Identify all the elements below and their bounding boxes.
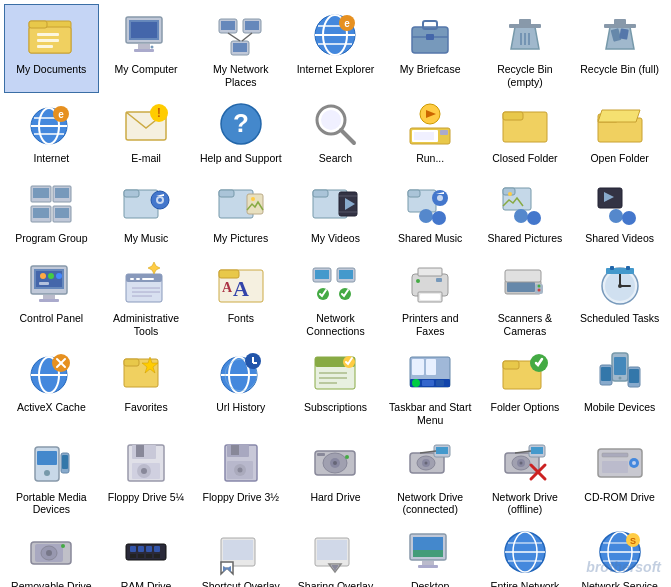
icon-item-fonts[interactable]: A A Fonts [193, 253, 288, 342]
svg-rect-175 [426, 359, 436, 375]
svg-text:A: A [233, 276, 249, 301]
svg-rect-17 [233, 43, 247, 52]
icon-item-shortcut-overlay[interactable]: Shortcut Overlay [193, 521, 288, 587]
icon-item-url-history[interactable]: Url History [193, 342, 288, 431]
icon-item-network-drive-conn[interactable]: Network Drive (connected) [383, 432, 478, 521]
activex-cache-label: ActiveX Cache [17, 401, 86, 414]
icon-item-removable-drive[interactable]: Removable Drive [4, 521, 99, 587]
cdrom-drive-label: CD-ROM Drive [584, 491, 655, 504]
icon-item-search[interactable]: Search [288, 93, 383, 173]
fonts-icon: A A [217, 260, 265, 308]
floppy-514-icon [122, 439, 170, 487]
desktop-label: Desktop [411, 580, 450, 587]
shared-music-label: Shared Music [398, 232, 462, 245]
control-panel-icon [27, 260, 75, 308]
icon-item-mobile-devices[interactable]: Mobile Devices [572, 342, 667, 431]
icon-item-help-support[interactable]: ? Help and Support [193, 93, 288, 173]
icon-item-my-music[interactable]: My Music [99, 173, 194, 253]
icon-item-my-computer[interactable]: My Computer [99, 4, 194, 93]
svg-point-132 [416, 279, 420, 283]
subscriptions-label: Subscriptions [304, 401, 367, 414]
icon-item-entire-network[interactable]: Entire Network [478, 521, 573, 587]
svg-rect-243 [154, 554, 160, 558]
icon-item-hard-drive[interactable]: Hard Drive [288, 432, 383, 521]
svg-rect-199 [231, 445, 239, 455]
icon-item-activex-cache[interactable]: ActiveX Cache [4, 342, 99, 431]
svg-rect-193 [136, 445, 144, 457]
icon-item-closed-folder[interactable]: Closed Folder [478, 93, 573, 173]
my-briefcase-label: My Briefcase [400, 63, 461, 76]
svg-rect-239 [154, 546, 160, 552]
hard-drive-label: Hard Drive [310, 491, 360, 504]
svg-rect-124 [339, 270, 353, 279]
icon-item-printers-faxes[interactable]: Printers and Faxes [383, 253, 478, 342]
svg-point-233 [46, 550, 52, 556]
icon-item-cdrom-drive[interactable]: CD-ROM Drive [572, 432, 667, 521]
icon-item-my-videos[interactable]: My Videos [288, 173, 383, 253]
shared-music-icon [406, 180, 454, 228]
svg-point-95 [527, 211, 541, 225]
svg-point-212 [425, 461, 428, 464]
svg-rect-190 [62, 455, 68, 469]
icon-item-network-connections[interactable]: Network Connections [288, 253, 383, 342]
svg-rect-241 [138, 554, 144, 558]
icon-item-folder-options[interactable]: Folder Options [478, 342, 573, 431]
svg-rect-130 [420, 294, 440, 300]
svg-rect-183 [601, 367, 611, 381]
icon-item-shared-pictures[interactable]: Shared Pictures [478, 173, 573, 253]
icon-item-ram-drive[interactable]: RAM Drive [99, 521, 194, 587]
svg-rect-86 [408, 190, 420, 197]
svg-point-181 [618, 377, 621, 380]
printers-faxes-label: Printers and Faxes [388, 312, 473, 337]
icon-item-desktop[interactable]: Desktop [383, 521, 478, 587]
svg-rect-173 [436, 380, 444, 386]
svg-line-18 [228, 33, 240, 41]
svg-text:A: A [222, 280, 233, 295]
icon-item-network-drive-offline[interactable]: Network Drive (offline) [478, 432, 573, 521]
svg-point-98 [609, 209, 623, 223]
icon-item-internet[interactable]: e Internet [4, 93, 99, 173]
icon-item-scanners-cameras[interactable]: Scanners & Cameras [478, 253, 573, 342]
icon-item-taskbar-start[interactable]: Taskbar and Start Menu [383, 342, 478, 431]
folder-options-icon [501, 349, 549, 397]
icon-item-shared-music[interactable]: Shared Music [383, 173, 478, 253]
icon-item-administrative-tools[interactable]: Administrative Tools [99, 253, 194, 342]
svg-rect-253 [413, 550, 443, 557]
svg-rect-59 [503, 112, 523, 120]
icon-item-floppy-514[interactable]: Floppy Drive 5¼ [99, 432, 194, 521]
svg-rect-112 [136, 278, 140, 280]
icon-item-scheduled-tasks[interactable]: Scheduled Tasks [572, 253, 667, 342]
icon-item-subscriptions[interactable]: Subscriptions [288, 342, 383, 431]
icon-item-my-briefcase[interactable]: My Briefcase [383, 4, 478, 93]
icon-item-sharing-overlay[interactable]: Sharing Overlay [288, 521, 383, 587]
icon-item-my-documents[interactable]: My Documents [4, 4, 99, 93]
run-label: Run... [416, 152, 444, 165]
icon-item-email[interactable]: ! E-mail [99, 93, 194, 173]
svg-point-137 [537, 285, 540, 288]
icon-item-recycle-bin-empty[interactable]: Recycle Bin (empty) [478, 4, 573, 93]
icon-item-shared-videos[interactable]: Shared Videos [572, 173, 667, 253]
svg-rect-187 [37, 451, 57, 465]
svg-rect-131 [436, 278, 442, 282]
internet-explorer-icon: e [311, 11, 359, 59]
icon-item-my-pictures[interactable]: My Pictures [193, 173, 288, 253]
svg-point-229 [632, 461, 636, 465]
taskbar-start-icon [406, 349, 454, 397]
svg-point-206 [333, 461, 337, 465]
icon-item-recycle-bin-full[interactable]: Recycle Bin (full) [572, 4, 667, 93]
icon-item-portable-media[interactable]: Portable Media Devices [4, 432, 99, 521]
svg-point-202 [237, 467, 242, 472]
icon-item-internet-explorer[interactable]: e Internet Explorer [288, 4, 383, 93]
icon-item-open-folder[interactable]: Open Folder [572, 93, 667, 173]
my-documents-label: My Documents [16, 63, 86, 76]
printers-faxes-icon [406, 260, 454, 308]
icon-item-floppy-312[interactable]: Floppy Drive 3½ [193, 432, 288, 521]
svg-line-19 [242, 33, 252, 41]
icon-item-run[interactable]: Run... [383, 93, 478, 173]
icon-item-control-panel[interactable]: Control Panel [4, 253, 99, 342]
icon-item-favorites[interactable]: Favorites [99, 342, 194, 431]
icon-item-program-group[interactable]: Program Group [4, 173, 99, 253]
icon-item-my-network-places[interactable]: My Network Places [193, 4, 288, 93]
svg-point-196 [141, 468, 147, 474]
icon-item-network-service[interactable]: S Network Service [572, 521, 667, 587]
